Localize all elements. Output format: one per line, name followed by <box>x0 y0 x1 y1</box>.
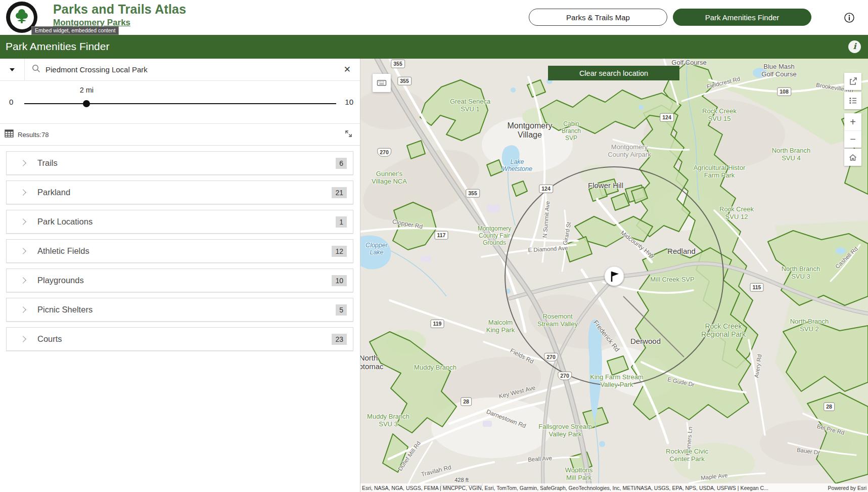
attribution-sources: Esri, NASA, NGA, USGS, FEMA | MNCPPC, VG… <box>362 485 823 491</box>
count-badge: 21 <box>332 187 347 198</box>
clear-search-icon[interactable]: ✕ <box>344 64 351 75</box>
search-location-marker <box>605 266 624 286</box>
count-badge: 10 <box>332 275 347 286</box>
legend-icon[interactable] <box>844 92 861 109</box>
category-row-park-locations[interactable]: Park Locations1 <box>6 210 353 234</box>
results-count-label: Results:78 <box>18 131 49 139</box>
search-input[interactable] <box>45 65 344 74</box>
category-row-trails[interactable]: Trails6 <box>6 151 353 175</box>
distance-slider-handle[interactable] <box>83 100 90 107</box>
zoom-in-icon[interactable]: + <box>844 113 861 130</box>
search-icon <box>32 64 40 75</box>
clear-search-location-button[interactable]: Clear search location <box>548 66 679 80</box>
category-label: Parkland <box>37 188 70 197</box>
nav-parks-trails-map-button[interactable]: Parks & Trails Map <box>529 9 667 26</box>
chevron-right-icon <box>20 248 26 254</box>
chevron-right-icon <box>20 189 26 196</box>
chevron-right-icon <box>20 277 26 284</box>
map[interactable]: Golf CourseBlue Mash Golf CourseFieldcre… <box>360 59 868 492</box>
embed-tooltip: Embed widget, embedded content <box>31 26 119 35</box>
export-icon[interactable] <box>844 73 861 90</box>
category-label: Picnic Shelters <box>37 305 93 315</box>
basemap <box>360 59 868 492</box>
map-attribution: Esri, NASA, NGA, USGS, FEMA | MNCPPC, VG… <box>360 483 868 492</box>
scale-label: 428 ft <box>440 477 483 483</box>
chevron-right-icon <box>20 218 26 225</box>
app-header: Parks and Trails Atlas Montgomery Parks … <box>0 0 868 35</box>
slider-min-label: 0 <box>9 98 13 106</box>
search-bar: ✕ <box>0 59 360 81</box>
info-icon[interactable] <box>844 12 855 23</box>
count-badge: 12 <box>332 246 347 257</box>
caret-down-icon <box>10 68 15 71</box>
powered-by-esri: Powered by Esri <box>828 485 866 491</box>
subheader-info-icon[interactable]: i <box>848 40 861 53</box>
chevron-right-icon <box>20 306 26 313</box>
category-label: Trails <box>37 158 58 168</box>
category-row-parkland[interactable]: Parkland21 <box>6 181 353 204</box>
category-label: Courts <box>37 334 62 344</box>
distance-slider-track[interactable] <box>24 103 336 104</box>
category-row-picnic-shelters[interactable]: Picnic Shelters5 <box>6 298 353 322</box>
chevron-right-icon <box>20 336 26 342</box>
home-icon[interactable] <box>844 149 861 166</box>
category-label: Playgrounds <box>37 276 84 285</box>
count-badge: 5 <box>336 304 347 316</box>
chevron-right-icon <box>20 160 26 166</box>
count-badge: 23 <box>332 334 347 345</box>
search-source-dropdown[interactable] <box>0 59 25 80</box>
count-badge: 6 <box>336 158 347 169</box>
category-label: Athletic Fields <box>37 246 89 256</box>
keyboard-shortcuts-button[interactable] <box>373 74 391 92</box>
results-header: Results:78 <box>0 124 360 146</box>
category-row-courts[interactable]: Courts23 <box>6 327 353 351</box>
subheader-bar: Park Amenities Finder i <box>0 35 868 59</box>
category-row-athletic-fields[interactable]: Athletic Fields12 <box>6 239 353 263</box>
zoom-out-icon[interactable]: − <box>844 130 861 148</box>
table-icon <box>5 129 14 140</box>
tree-icon <box>12 8 31 27</box>
page-title: Parks and Trails Atlas <box>53 2 186 17</box>
side-panel: ✕ 2 mi 0 10 Results:78 <box>0 59 360 492</box>
nav-park-amenities-finder-button[interactable]: Park Amenities Finder <box>673 9 811 26</box>
category-label: Park Locations <box>37 217 93 227</box>
distance-slider-section: 2 mi 0 10 <box>0 81 360 124</box>
subheader-title: Park Amenities Finder <box>6 40 109 52</box>
expand-icon[interactable] <box>344 129 353 140</box>
zoom-controls: + − <box>844 113 861 148</box>
slider-value-label: 2 mi <box>80 86 94 94</box>
count-badge: 1 <box>336 216 347 228</box>
category-list: Trails6Parkland21Park Locations1Athletic… <box>0 146 360 351</box>
category-row-playgrounds[interactable]: Playgrounds10 <box>6 269 353 292</box>
slider-max-label: 10 <box>345 98 353 106</box>
